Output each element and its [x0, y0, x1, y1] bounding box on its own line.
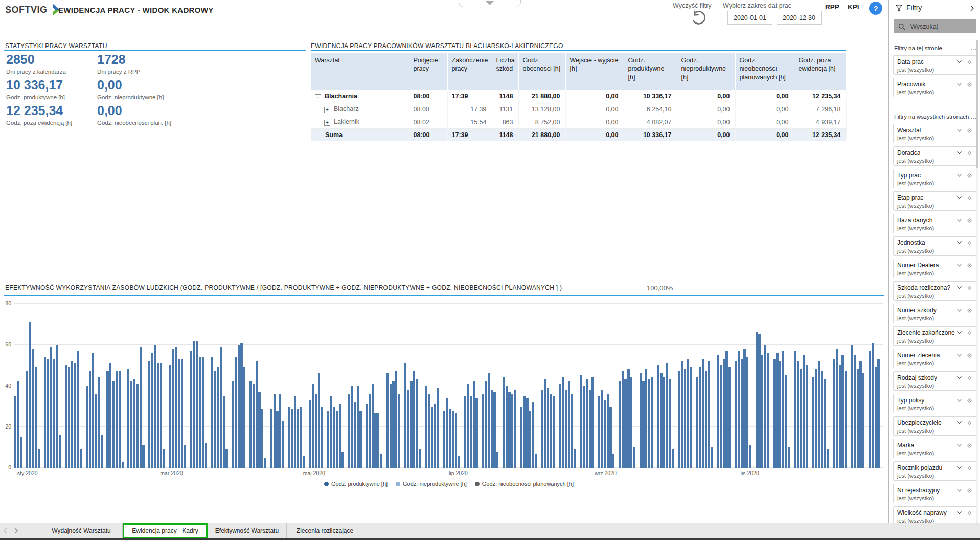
filter-card[interactable]: Numer zlecenia jest (wszystko): [893, 349, 977, 368]
eraser-icon[interactable]: [966, 420, 973, 426]
bar[interactable]: [511, 394, 513, 468]
bar[interactable]: [232, 381, 234, 468]
chevron-down-icon[interactable]: [956, 173, 962, 177]
chevron-down-icon[interactable]: [956, 286, 962, 290]
bar[interactable]: [642, 381, 644, 468]
bar[interactable]: [38, 449, 40, 468]
kpi-link[interactable]: KPI: [848, 3, 859, 11]
bar[interactable]: [580, 375, 582, 468]
bar[interactable]: [857, 369, 859, 468]
bar[interactable]: [205, 443, 207, 468]
bar[interactable]: [741, 359, 743, 468]
eraser-icon[interactable]: [966, 352, 973, 359]
bar[interactable]: [800, 369, 802, 468]
bar[interactable]: [157, 363, 159, 468]
bar[interactable]: [163, 449, 165, 468]
bar[interactable]: [410, 381, 412, 468]
panel-scrollbar-thumb[interactable]: [976, 40, 978, 168]
filter-card[interactable]: Typ prac jest (wszystko): [893, 169, 977, 188]
bar[interactable]: [428, 394, 430, 468]
bar[interactable]: [458, 456, 460, 468]
bar[interactable]: [217, 367, 219, 468]
bar[interactable]: [431, 407, 433, 468]
eraser-icon[interactable]: [966, 307, 973, 314]
eraser-icon[interactable]: [966, 397, 973, 404]
bar[interactable]: [53, 359, 55, 468]
bar[interactable]: [877, 359, 879, 468]
bar[interactable]: [77, 351, 79, 468]
bar[interactable]: [300, 407, 302, 468]
bar[interactable]: [845, 371, 847, 468]
bar[interactable]: [872, 343, 874, 468]
chevron-down-icon[interactable]: [956, 241, 962, 245]
bar[interactable]: [32, 349, 34, 468]
filter-card[interactable]: Doradca jest (wszystko): [893, 146, 977, 166]
bar[interactable]: [640, 373, 642, 468]
bar[interactable]: [779, 361, 781, 468]
bar[interactable]: [720, 365, 722, 468]
bar[interactable]: [327, 411, 329, 468]
legend-item[interactable]: Godz. nieobecności planowanych [h]: [475, 481, 574, 487]
eraser-icon[interactable]: [966, 150, 973, 156]
chevron-down-icon[interactable]: [956, 82, 962, 86]
chevron-down-icon[interactable]: [956, 466, 962, 470]
eraser-icon[interactable]: [966, 262, 973, 269]
bar[interactable]: [684, 369, 686, 468]
bar[interactable]: [506, 386, 508, 468]
bar[interactable]: [612, 454, 614, 468]
bar[interactable]: [354, 402, 356, 468]
bar[interactable]: [488, 373, 490, 468]
filter-card[interactable]: Typ polisy jest (wszystko): [893, 394, 977, 413]
bar[interactable]: [202, 357, 204, 468]
tab-0[interactable]: Wydajność Warsztatu: [40, 523, 123, 538]
filter-card[interactable]: Szkoda rozliczona? jest (wszystko): [893, 281, 977, 301]
bar[interactable]: [491, 390, 493, 468]
filter-card[interactable]: Pracownik jest (wszystko): [893, 78, 977, 97]
bar[interactable]: [824, 379, 826, 468]
bar[interactable]: [571, 394, 573, 468]
bar[interactable]: [68, 367, 70, 468]
bar[interactable]: [86, 386, 88, 468]
bar[interactable]: [116, 371, 118, 468]
chevron-down-icon[interactable]: [956, 128, 962, 132]
bar[interactable]: [136, 384, 139, 468]
bar[interactable]: [657, 365, 659, 468]
bar[interactable]: [859, 361, 861, 468]
bar[interactable]: [50, 347, 52, 468]
bar[interactable]: [359, 411, 361, 468]
eraser-icon[interactable]: [966, 465, 973, 471]
bar[interactable]: [473, 381, 475, 468]
bar[interactable]: [553, 396, 555, 468]
bar[interactable]: [112, 381, 115, 468]
bar[interactable]: [583, 386, 585, 468]
date-from-input[interactable]: [727, 11, 772, 25]
bar[interactable]: [764, 345, 766, 468]
bar[interactable]: [821, 371, 823, 468]
bar[interactable]: [339, 404, 341, 468]
bar[interactable]: [678, 371, 680, 468]
bar[interactable]: [20, 437, 22, 468]
bar[interactable]: [485, 381, 487, 468]
bar[interactable]: [633, 447, 635, 468]
bar[interactable]: [330, 396, 332, 468]
bar[interactable]: [508, 392, 510, 468]
filter-card[interactable]: Numer szkody jest (wszystko): [893, 304, 977, 323]
bar[interactable]: [869, 351, 871, 468]
bar[interactable]: [818, 361, 820, 468]
bar[interactable]: [672, 449, 674, 468]
chevron-down-icon[interactable]: [956, 376, 962, 380]
bar[interactable]: [196, 341, 198, 468]
bar[interactable]: [348, 394, 350, 468]
chevron-down-icon[interactable]: [956, 218, 962, 222]
legend-item[interactable]: Godz. produktywne [h]: [324, 481, 388, 487]
bar[interactable]: [160, 363, 162, 468]
bar[interactable]: [351, 386, 353, 468]
bar[interactable]: [547, 388, 549, 468]
filter-card[interactable]: Nr rejestracyjny jest (wszystko): [893, 484, 977, 503]
bar[interactable]: [279, 394, 281, 468]
bar[interactable]: [419, 449, 421, 468]
date-to-input[interactable]: [777, 11, 822, 25]
bar[interactable]: [178, 359, 180, 468]
chevron-down-icon[interactable]: [956, 60, 962, 64]
bar[interactable]: [303, 456, 305, 468]
